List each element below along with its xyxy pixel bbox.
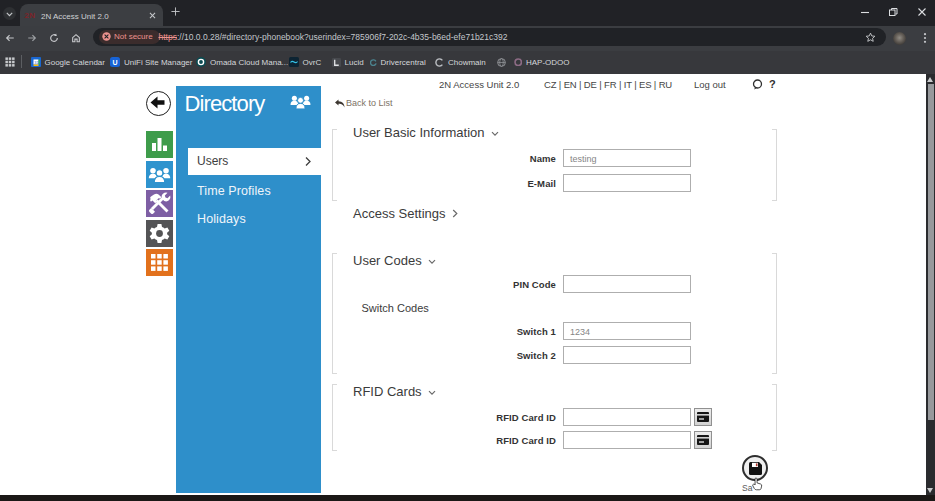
svg-text:U: U xyxy=(113,59,118,66)
svg-text:31: 31 xyxy=(34,60,39,65)
